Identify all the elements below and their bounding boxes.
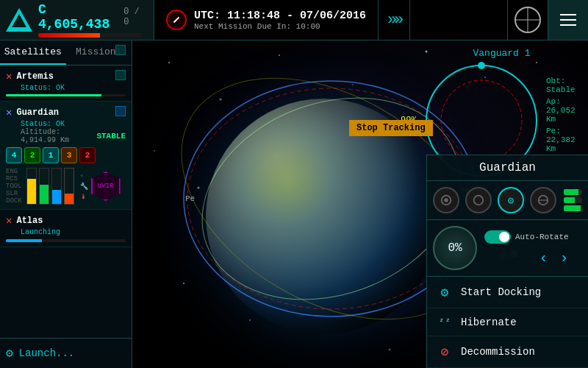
nav-arrows: ‹ › <box>539 250 569 266</box>
top-bar: C 4,605,438 0 / 0 UTC: 11:18:48 - 07/06/… <box>0 0 588 40</box>
start-docking-icon: ⚙ <box>436 284 453 300</box>
guardian-icon-gear[interactable]: ⚙ <box>498 187 524 213</box>
panel-tabs: Satellites Missions <box>0 40 132 66</box>
tab-satellites[interactable]: Satellites <box>0 40 66 65</box>
satellite-atlas[interactable]: ✕ Atlas Launching <box>0 210 132 247</box>
credits-section: C 4,605,438 0 / 0 <box>38 2 148 38</box>
label-dock: DOCK <box>6 197 22 205</box>
label-rcs: RCS <box>6 175 22 183</box>
guardian-status-box <box>115 106 126 116</box>
guardian-icon-3[interactable] <box>530 187 556 213</box>
guardian-stable: STABLE <box>96 132 126 141</box>
module-3: 3 <box>61 147 77 163</box>
vanguard-ap: Ap: 26,052 Km <box>546 97 581 124</box>
hibernate-label: Hibernate <box>461 316 517 328</box>
launch-button[interactable]: ⚙ Launch... <box>0 338 132 368</box>
satellite-artemis[interactable]: ✕ Artemis Status: OK <box>0 66 132 102</box>
res-bar-2-fill <box>40 185 49 204</box>
hamburger-icon <box>560 14 576 26</box>
res-bar-4 <box>64 168 74 205</box>
globe-button[interactable] <box>507 0 548 40</box>
guardian-icon-2[interactable] <box>465 187 492 213</box>
clock-time: UTC: 11:18:48 - 07/06/2016 <box>194 10 366 22</box>
skip-icon: »» <box>387 11 401 29</box>
svg-point-28 <box>444 198 448 202</box>
res-bar-4-fill <box>65 194 74 204</box>
satellite-guardian[interactable]: ✕ Guardian Status: OK Altitude: 4,914.99… <box>0 102 132 210</box>
left-panel: Satellites Missions ✕ Artemis Status: OK… <box>0 40 132 368</box>
icon-wrench: 🔧 <box>80 183 88 191</box>
start-docking-action[interactable]: ⚙ Start Docking <box>427 277 588 308</box>
g-bar-3 <box>564 205 582 211</box>
rotate-pct: 0% <box>448 241 462 255</box>
svg-point-29 <box>474 196 484 205</box>
guardian-icon: ✕ <box>6 106 12 118</box>
globe-icon <box>514 7 541 33</box>
svg-point-25 <box>441 80 522 161</box>
decommission-action[interactable]: ⊘ Decommission <box>427 336 588 368</box>
res-bar-1 <box>26 168 37 205</box>
svg-point-26 <box>478 62 485 69</box>
guardian-icon-1[interactable] <box>433 187 459 213</box>
credits-bar <box>38 33 141 38</box>
svg-point-13 <box>183 283 184 284</box>
auto-rotate-label: Auto-Rotate <box>515 233 569 241</box>
icon-temp: 🌡 <box>80 193 88 201</box>
decommission-label: Decommission <box>461 346 535 358</box>
hibernate-action[interactable]: ᶻᶻ Hibernate <box>427 308 588 336</box>
launch-label: Launch... <box>19 347 75 359</box>
res-bar-3 <box>51 168 62 205</box>
top-spacer <box>410 0 507 40</box>
svg-point-2 <box>279 54 280 56</box>
atlas-progress-bar <box>6 239 126 242</box>
label-eng: ENG <box>6 168 22 175</box>
nav-arrow-left[interactable]: ‹ <box>539 250 548 266</box>
icon-bolt: ⚡ <box>80 172 88 180</box>
atlas-status-box <box>115 45 126 55</box>
launch-wrench-icon: ⚙ <box>6 346 13 361</box>
skip-button[interactable]: »» <box>379 0 410 40</box>
logo-icon <box>6 8 32 32</box>
vanguard-info: Obt: Stable Ap: 26,052 Km Pe: 22,382 Km <box>546 62 581 153</box>
clock-icon <box>166 10 187 30</box>
artemis-icon: ✕ <box>6 70 12 82</box>
atlas-status: Launching <box>21 228 126 236</box>
g-bar-2 <box>564 197 582 203</box>
svg-point-7 <box>154 150 155 152</box>
credits-fraction: 0 / 0 <box>123 7 148 27</box>
res-bar-2 <box>39 168 49 205</box>
panel-spacer <box>0 247 132 338</box>
clock-mission: Next Mission Due In: 10:00 <box>194 22 366 31</box>
vanguard-pe: Pe: 22,382 Km <box>546 127 581 153</box>
stop-tracking-button[interactable]: Stop Tracking <box>349 120 433 136</box>
guardian-altitude: Altitude: 4,914.99 Km <box>21 128 96 144</box>
artemis-progress <box>6 94 126 96</box>
toggle-switch[interactable] <box>484 230 511 244</box>
svg-point-8 <box>198 187 200 189</box>
clock-text: UTC: 11:18:48 - 07/06/2016 Next Mission … <box>194 10 366 31</box>
menu-button[interactable] <box>548 0 588 40</box>
module-2b: 2 <box>79 147 96 163</box>
guardian-status: Status: OK <box>21 120 126 128</box>
guardian-panel-title: Guardian <box>427 155 588 181</box>
rotate-circle[interactable]: 0% <box>433 226 477 270</box>
uvir-label: UVIR <box>98 183 114 190</box>
nav-arrow-right[interactable]: › <box>560 250 569 266</box>
guardian-right-controls: Auto-Rotate ‹ › <box>484 230 569 266</box>
svg-point-0 <box>168 62 170 63</box>
guardian-panel: Guardian ⚙ 0% Auto-Rotate <box>426 155 588 368</box>
auto-rotate-toggle[interactable]: Auto-Rotate <box>484 230 569 244</box>
credits-value: C 4,605,438 <box>38 2 118 32</box>
module-4: 4 <box>6 147 22 163</box>
guardian-control-row: 0% Auto-Rotate ‹ › <box>427 220 588 277</box>
atlas-name: Atlas <box>16 216 43 226</box>
hibernate-icon: ᶻᶻ <box>436 316 453 328</box>
svg-point-3 <box>352 84 354 85</box>
guardian-icons-row: ⚙ <box>427 181 588 220</box>
start-docking-label: Start Docking <box>461 286 541 298</box>
credits-bar-fill <box>38 33 100 38</box>
decommission-icon: ⊘ <box>436 344 453 360</box>
guardian-modules: 4 2 1 3 2 <box>6 147 126 163</box>
res-bar-1-fill <box>27 179 36 204</box>
logo-section: C 4,605,438 0 / 0 <box>0 0 154 40</box>
